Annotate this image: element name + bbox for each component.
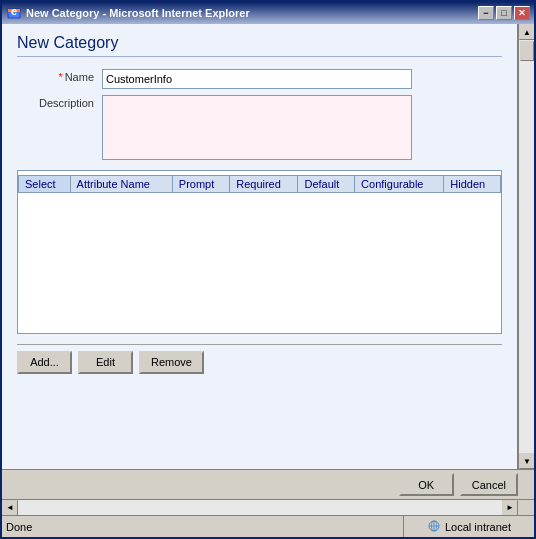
name-row: *Name [17,69,502,89]
main-content-area: New Category *Name Description [2,24,518,469]
action-buttons: Add... Edit Remove [17,344,502,380]
scroll-right-button[interactable]: ► [502,500,518,516]
minimize-button[interactable]: − [478,6,494,20]
col-attribute-name[interactable]: Attribute Name [70,176,172,193]
window-icon: e [6,5,22,21]
col-select[interactable]: Select [19,176,71,193]
close-button[interactable]: ✕ [514,6,530,20]
table-body [19,193,501,333]
zone-icon [427,519,441,535]
col-default[interactable]: Default [298,176,355,193]
scroll-track-h[interactable] [18,500,502,515]
status-text-section: Done [2,516,404,537]
description-row: Description [17,95,502,160]
scroll-thumb[interactable] [520,41,534,61]
maximize-button[interactable]: □ [496,6,512,20]
zone-text: Local intranet [445,521,511,533]
ok-button[interactable]: OK [399,473,454,496]
title-bar: e New Category - Microsoft Internet Expl… [2,2,534,24]
name-input[interactable] [102,69,412,89]
window-controls: − □ ✕ [478,6,530,20]
add-button[interactable]: Add... [17,351,72,374]
vertical-scrollbar[interactable]: ▲ ▼ [518,24,534,469]
scroll-up-button[interactable]: ▲ [519,24,534,40]
scroll-down-button[interactable]: ▼ [519,453,534,469]
form-section: *Name Description [17,69,502,160]
scroll-left-button[interactable]: ◄ [2,500,18,516]
description-label: Description [17,95,102,109]
required-indicator: * [58,71,62,83]
page-title: New Category [17,34,502,57]
status-text: Done [6,521,32,533]
horizontal-scrollbar[interactable]: ◄ ► [2,499,534,515]
window-title: New Category - Microsoft Internet Explor… [26,7,478,19]
cancel-button[interactable]: Cancel [460,473,518,496]
status-bar: Done Local intranet [2,515,534,537]
name-label: *Name [17,69,102,83]
scroll-track[interactable] [519,40,534,453]
attributes-table-container: Select Attribute Name Prompt Required De… [17,170,502,334]
attributes-table: Select Attribute Name Prompt Required De… [18,175,501,333]
col-prompt[interactable]: Prompt [172,176,229,193]
main-window: e New Category - Microsoft Internet Expl… [0,0,536,539]
svg-text:e: e [11,6,17,17]
zone-section: Local intranet [404,516,534,537]
col-required[interactable]: Required [230,176,298,193]
col-hidden[interactable]: Hidden [444,176,501,193]
scroll-corner [518,500,534,516]
description-input[interactable] [102,95,412,160]
col-configurable[interactable]: Configurable [355,176,444,193]
ok-cancel-bar: OK Cancel [2,469,534,499]
edit-button[interactable]: Edit [78,351,133,374]
remove-button[interactable]: Remove [139,351,204,374]
